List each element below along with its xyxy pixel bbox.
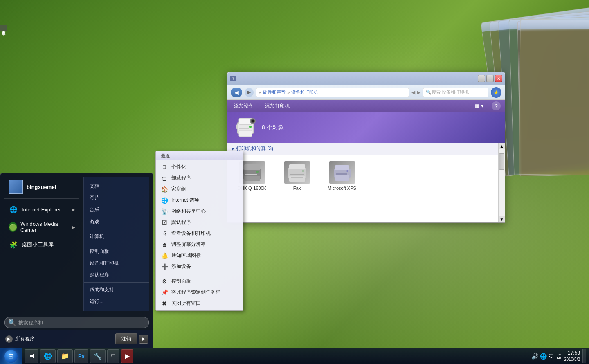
maximize-button[interactable]: □ [486, 75, 494, 82]
nav-prev[interactable]: ◀ [411, 90, 415, 95]
clock[interactable]: 17:53 2010/5/2 [564, 350, 580, 362]
taskbar-btn-desktop[interactable]: 🖥 [25, 349, 38, 363]
back-button[interactable]: ◀ [231, 88, 242, 97]
taskbar-btn-ie[interactable]: 🌐 [40, 349, 56, 363]
context-item-add-device[interactable]: ➕ 添加设备 [156, 261, 243, 272]
defaults-label: 默认程序 [171, 219, 191, 226]
context-item-defaults[interactable]: ☑ 默认程序 [156, 217, 243, 228]
start-menu-bottom: ▶ 所有程序 注销 ▶ [0, 330, 153, 348]
tray-icon-shield[interactable]: 🛡 [549, 353, 554, 360]
start-menu-item-wmc[interactable]: 🟢 Windows Media Center ▶ [4, 218, 79, 236]
explorer-icon: 📁 [61, 352, 69, 360]
start-orb[interactable]: ⊞ [4, 350, 18, 363]
view-devices-icon: 🖨 [161, 230, 168, 237]
taskbar-btn-ps[interactable]: Ps [74, 349, 88, 363]
minimize-button[interactable]: — [478, 75, 485, 82]
clock-date: 2010/5/2 [564, 357, 580, 362]
right-item-control[interactable]: 控制面板 [84, 245, 149, 257]
stacked-window-3[interactable]: ✕ [519, 19, 589, 177]
ie-options-icon: 🌐 [161, 197, 168, 204]
add-device-button[interactable]: 添加设备 [232, 102, 256, 110]
start-menu-item-gadgets[interactable]: 🧩 桌面小工具库 [4, 236, 79, 253]
all-programs-label: 所有程序 [15, 335, 35, 342]
context-item-ie-options[interactable]: 🌐 Internet 选项 [156, 195, 243, 206]
printer-item-1[interactable]: Fax [279, 161, 315, 191]
start-menu-right: 文档 图片 音乐 游戏 计算机 控制面板 设备和打印机 默认程序 帮助和支持 运… [83, 177, 149, 311]
favorites-button[interactable]: ★ [491, 87, 501, 98]
context-item-homegroup[interactable]: 🏠 家庭组 [156, 184, 243, 195]
close-button[interactable]: ✕ [495, 75, 502, 82]
context-item-control-panel[interactable]: ⚙ 控制面板 [156, 276, 243, 287]
show-desktop-button[interactable] [582, 349, 586, 363]
right-item-music[interactable]: 音乐 [84, 204, 149, 216]
start-menu-item-ie[interactable]: 🌐 Internet Explorer ▶ [4, 201, 79, 218]
personalize-icon: 🖥 [161, 164, 168, 171]
nav-next[interactable]: ▶ [417, 90, 420, 95]
context-item-uninstall[interactable]: 🗑 卸载程序 [156, 173, 243, 184]
taskbar-btn-media[interactable]: ▶ [121, 349, 133, 363]
shutdown-arrow-button[interactable]: ▶ [139, 335, 148, 344]
add-printer-button[interactable]: 添加打印机 [263, 102, 292, 110]
tools-icon: 🔧 [94, 352, 102, 360]
path-chevron: » [287, 90, 290, 95]
context-item-resolution[interactable]: 🖥 调整屏幕分辨率 [156, 239, 243, 250]
help-button[interactable]: ? [492, 101, 501, 110]
scroll-down[interactable]: ▼ [499, 216, 505, 222]
right-item-computer[interactable]: 计算机 [84, 231, 149, 243]
scroll-track[interactable] [499, 149, 505, 216]
address-path[interactable]: « 硬件和声音 » 设备和打印机 [256, 88, 409, 97]
resolution-label: 调整屏幕分辨率 [171, 241, 206, 248]
svg-rect-25 [336, 173, 347, 175]
tray-icon-network[interactable]: 🌐 [540, 353, 547, 360]
context-item-close-all[interactable]: ✖ 关闭所有窗口 [156, 298, 243, 309]
taskbar-btn-tools[interactable]: 🔧 [90, 349, 106, 363]
pin-taskbar-label: 将此程序锁定到任务栏 [171, 289, 220, 296]
start-button[interactable]: ⊞ [0, 348, 22, 364]
printer-item-2[interactable]: Microsoft XPS [324, 161, 360, 191]
shutdown-button[interactable]: 注销 [115, 333, 137, 344]
search-bar[interactable]: 🔍 [4, 317, 149, 328]
context-item-personalize[interactable]: 🖥 个性化 [156, 162, 243, 173]
defaults-icon: ☑ [161, 219, 168, 226]
svg-point-14 [256, 171, 259, 173]
right-item-defaults[interactable]: 默认程序 [84, 269, 149, 281]
all-programs-button[interactable]: ▶ 所有程序 [5, 335, 35, 343]
content-header: 8 个对象 [227, 112, 505, 143]
search-placeholder: 搜索 设备和打印机 [432, 89, 469, 95]
wmc-arrow: ▶ [72, 225, 75, 229]
right-item-games[interactable]: 游戏 [84, 216, 149, 228]
right-item-devices[interactable]: 设备和打印机 [84, 257, 149, 269]
context-item-pin-taskbar[interactable]: 📌 将此程序锁定到任务栏 [156, 287, 243, 298]
context-item-network[interactable]: 📡 网络和共享中心 [156, 206, 243, 217]
gadgets-icon: 🧩 [9, 240, 18, 249]
right-item-pics[interactable]: 图片 [84, 192, 149, 204]
view-button[interactable]: ▦ ▾ [475, 103, 483, 109]
svg-rect-21 [291, 177, 303, 178]
forward-button[interactable]: ▶ [245, 88, 254, 97]
vertical-scrollbar[interactable]: ▲ ▼ [498, 143, 505, 222]
nav-arrows: ◀ ▶ [411, 90, 420, 95]
side-tab[interactable]: 桌面小工具库 [0, 25, 7, 31]
right-item-help[interactable]: 帮助和支持 [84, 284, 149, 296]
tray-icon-print[interactable]: 🖨 [556, 353, 562, 360]
svg-rect-23 [335, 165, 349, 170]
scroll-thumb[interactable] [499, 153, 504, 170]
path-devices: 设备和打印机 [291, 89, 318, 95]
gadgets-label: 桌面小工具库 [22, 241, 54, 248]
taskbar-btn-ime[interactable]: 中 [107, 349, 119, 363]
search-input[interactable] [18, 320, 72, 326]
printers-section-header[interactable]: ▾ 打印机和传真 (3) [227, 143, 505, 155]
ps-icon: Ps [78, 353, 85, 359]
right-item-run[interactable]: 运行... [84, 296, 149, 308]
tray-icons: 🔊 🌐 🛡 🖨 [531, 353, 562, 360]
address-search[interactable]: 🔍 搜索 设备和打印机 [423, 88, 488, 97]
context-item-notify[interactable]: 🔔 通知区域图标 [156, 250, 243, 261]
printer-icon-2 [329, 161, 355, 184]
right-item-docs[interactable]: 文档 [84, 180, 149, 192]
taskbar-btn-explorer[interactable]: 📁 [57, 349, 73, 363]
context-item-view-devices[interactable]: 🖨 查看设备和打印机 [156, 228, 243, 239]
scroll-up[interactable]: ▲ [499, 143, 505, 149]
tray-icon-sound[interactable]: 🔊 [531, 353, 538, 360]
main-titlebar[interactable]: 🖨 — □ ✕ [227, 72, 505, 85]
printer-name-2: Microsoft XPS [328, 186, 356, 191]
